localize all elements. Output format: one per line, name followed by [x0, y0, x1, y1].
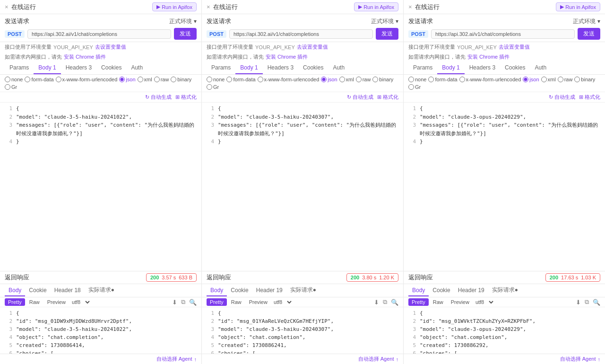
pretty-btn-pretty[interactable]: Pretty [5, 298, 25, 306]
resp-tab-实际请求-[interactable]: 实际请求● [488, 284, 522, 297]
set-env-link[interactable]: 去设置变量值 [297, 43, 328, 51]
tab-Auth[interactable]: Auth [530, 62, 551, 74]
tab-Auth[interactable]: Auth [126, 62, 147, 74]
code-editor[interactable]: 1 { 2 "model": "claude-3-5-haiku-2024030… [202, 103, 403, 189]
set-env-link[interactable]: 去设置变量值 [499, 43, 530, 51]
tab-Params[interactable]: Params [5, 62, 34, 74]
run-apifox-button[interactable]: ▶ Run in Apifox [354, 2, 398, 11]
search-icon[interactable]: 🔍 [391, 299, 398, 306]
resp-tab-Header-18[interactable]: Header 18 [51, 285, 85, 296]
radio-none[interactable]: none [5, 77, 23, 82]
encoding-select[interactable]: utf8 utf16 [272, 299, 293, 305]
resp-tab-Header-19[interactable]: Header 19 [252, 285, 286, 296]
tab-Cookies[interactable]: Cookies [96, 62, 126, 74]
radio-xml[interactable]: xml [339, 77, 354, 82]
tab-Params[interactable]: Params [207, 62, 235, 74]
radio-xml[interactable]: xml [541, 77, 556, 82]
radio-form-data[interactable]: form-data [428, 77, 457, 82]
pretty-btn-preview[interactable]: Preview [44, 298, 69, 306]
close-icon[interactable]: × [408, 3, 412, 10]
copy-icon[interactable]: ⧉ [383, 298, 387, 306]
tab-Headers-3[interactable]: Headers 3 [61, 62, 96, 74]
close-icon[interactable]: × [5, 3, 9, 10]
radio-Gr[interactable]: Gr [207, 84, 219, 90]
tab-Headers-3[interactable]: Headers 3 [263, 62, 298, 74]
code-editor[interactable]: 1 { 2 "model": "claude-3-5-haiku-2024102… [0, 103, 201, 189]
tab-Headers-3[interactable]: Headers 3 [465, 62, 500, 74]
resp-tab-Body[interactable]: Body [5, 285, 25, 296]
panel-footer[interactable]: 自动选择 Agent ↑ [0, 354, 201, 364]
radio-xml[interactable]: xml [138, 77, 152, 82]
radio-form-data[interactable]: form-data [25, 77, 53, 82]
env-selector[interactable]: 正式环境 ▾ [573, 17, 600, 26]
radio-form-data[interactable]: form-data [226, 77, 255, 82]
radio-none[interactable]: none [207, 77, 225, 82]
resp-tab-Cookie[interactable]: Cookie [227, 285, 252, 296]
pretty-btn-pretty[interactable]: Pretty [408, 298, 429, 306]
resp-tab-Body[interactable]: Body [207, 285, 227, 296]
send-button[interactable]: 发送 [376, 28, 398, 40]
radio-x-www-form-urlencoded[interactable]: x-www-form-urlencoded [459, 77, 521, 82]
radio-binary[interactable]: binary [372, 77, 393, 82]
radio-raw[interactable]: raw [356, 77, 371, 82]
tab-Body-1[interactable]: Body 1 [34, 62, 60, 74]
resp-tab-实际请求-[interactable]: 实际请求● [85, 284, 118, 297]
radio-json[interactable]: json [523, 77, 539, 82]
pretty-btn-raw[interactable]: Raw [430, 298, 447, 306]
url-input[interactable] [27, 29, 171, 39]
radio-raw[interactable]: raw [154, 77, 169, 82]
run-apifox-button[interactable]: ▶ Run in Apifox [152, 2, 197, 11]
install-chrome-link[interactable]: 安装 Chrome 插件 [64, 53, 106, 61]
radio-Gr[interactable]: Gr [408, 84, 421, 90]
pretty-btn-raw[interactable]: Raw [228, 298, 245, 306]
format-btn[interactable]: ⊞ 格式化 [175, 94, 197, 101]
pretty-btn-pretty[interactable]: Pretty [207, 298, 227, 306]
run-apifox-button[interactable]: ▶ Run in Apifox [556, 2, 600, 11]
resp-tab-Cookie[interactable]: Cookie [429, 285, 454, 296]
radio-x-www-form-urlencoded[interactable]: x-www-form-urlencoded [258, 77, 320, 82]
resp-tab-Header-19[interactable]: Header 19 [454, 285, 488, 296]
radio-json[interactable]: json [321, 77, 337, 82]
url-input[interactable] [431, 29, 575, 39]
download-icon[interactable]: ⬇ [172, 299, 177, 306]
tab-Body-1[interactable]: Body 1 [235, 62, 262, 74]
send-button[interactable]: 发送 [174, 28, 197, 40]
pretty-btn-preview[interactable]: Preview [448, 298, 473, 306]
search-icon[interactable]: 🔍 [189, 299, 197, 306]
install-chrome-link[interactable]: 安装 Chrome 插件 [266, 53, 308, 61]
tab-Params[interactable]: Params [408, 62, 437, 74]
env-selector[interactable]: 正式环境 ▾ [169, 17, 197, 26]
radio-binary[interactable]: binary [171, 77, 191, 82]
tab-Auth[interactable]: Auth [328, 62, 349, 74]
copy-icon[interactable]: ⧉ [181, 298, 185, 306]
auto-generate-btn[interactable]: ↻ 自动生成 [145, 94, 172, 101]
set-env-link[interactable]: 去设置变量值 [95, 43, 126, 51]
resp-tab-实际请求-[interactable]: 实际请求● [286, 284, 320, 297]
close-icon[interactable]: × [207, 3, 210, 10]
resp-tab-Cookie[interactable]: Cookie [25, 285, 50, 296]
download-icon[interactable]: ⬇ [374, 299, 379, 306]
send-button[interactable]: 发送 [578, 28, 600, 40]
format-btn[interactable]: ⊞ 格式化 [377, 94, 398, 101]
download-icon[interactable]: ⬇ [576, 299, 581, 306]
tab-Cookies[interactable]: Cookies [298, 62, 328, 74]
auto-generate-btn[interactable]: ↻ 自动生成 [549, 94, 575, 101]
url-input[interactable] [229, 29, 373, 39]
search-icon[interactable]: 🔍 [593, 299, 600, 306]
pretty-btn-preview[interactable]: Preview [246, 298, 271, 306]
radio-none[interactable]: none [408, 77, 426, 82]
radio-raw[interactable]: raw [558, 77, 573, 82]
auto-generate-btn[interactable]: ↻ 自动生成 [347, 94, 373, 101]
code-editor[interactable]: 1 { 2 "model": "claude-3-opus-20240229",… [404, 103, 605, 189]
env-selector[interactable]: 正式环境 ▾ [371, 17, 398, 26]
radio-Gr[interactable]: Gr [5, 84, 17, 90]
panel-footer[interactable]: 自动选择 Agent ↑ [404, 354, 605, 364]
panel-footer[interactable]: 自动选择 Agent ↑ [202, 354, 403, 364]
install-chrome-link[interactable]: 安装 Chrome 插件 [467, 53, 510, 61]
copy-icon[interactable]: ⧉ [585, 298, 589, 306]
radio-json[interactable]: json [119, 77, 135, 82]
resp-tab-Body[interactable]: Body [408, 285, 429, 296]
pretty-btn-raw[interactable]: Raw [26, 298, 43, 306]
format-btn[interactable]: ⊞ 格式化 [579, 94, 600, 101]
radio-x-www-form-urlencoded[interactable]: x-www-form-urlencoded [56, 77, 118, 82]
